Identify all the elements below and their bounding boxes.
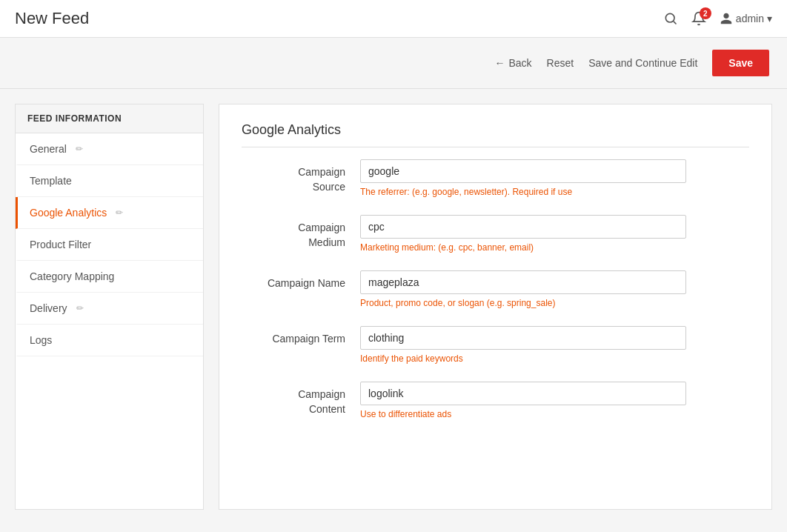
- sidebar-item-template[interactable]: Template: [16, 165, 203, 197]
- campaign-medium-row: CampaignMedium Marketing medium: (e.g. c…: [242, 215, 749, 253]
- campaign-source-label: CampaignSource: [242, 159, 360, 194]
- sidebar-item-category-mapping[interactable]: Category Mapping: [16, 261, 203, 293]
- sidebar-item-label: Logs: [30, 334, 52, 346]
- edit-icon: ✏: [116, 207, 123, 218]
- sidebar-item-label: Category Mapping: [30, 270, 114, 282]
- top-bar: New Feed 2 admin ▾: [0, 0, 787, 38]
- sidebar-item-logs[interactable]: Logs: [16, 325, 203, 356]
- sidebar-item-label: Delivery: [30, 302, 67, 314]
- save-button[interactable]: Save: [712, 50, 769, 76]
- sidebar-section-title: FEED INFORMATION: [16, 104, 203, 133]
- campaign-content-input[interactable]: [360, 382, 686, 405]
- sidebar-item-product-filter[interactable]: Product Filter: [16, 229, 203, 261]
- campaign-name-label: Campaign Name: [242, 270, 360, 291]
- campaign-name-input[interactable]: [360, 270, 686, 294]
- sidebar-item-google-analytics[interactable]: Google Analytics ✏: [16, 197, 203, 229]
- svg-point-0: [665, 13, 674, 22]
- sidebar: FEED INFORMATION General ✏ Template Goog…: [15, 104, 204, 510]
- campaign-name-field: Product, promo code, or slogan (e.g. spr…: [360, 270, 749, 308]
- campaign-medium-field: Marketing medium: (e.g. cpc, banner, ema…: [360, 215, 749, 253]
- search-button[interactable]: [663, 11, 678, 26]
- campaign-term-field: Identify the paid keywords: [360, 326, 749, 364]
- sidebar-item-label: Product Filter: [30, 239, 91, 250]
- edit-icon: ✏: [76, 144, 83, 154]
- page-title: New Feed: [15, 9, 89, 28]
- campaign-source-hint: The referrer: (e.g. google, newsletter).…: [360, 187, 686, 197]
- svg-line-1: [674, 21, 677, 24]
- admin-chevron-icon: ▾: [767, 13, 772, 24]
- campaign-content-label: CampaignContent: [242, 382, 360, 416]
- campaign-name-hint: Product, promo code, or slogan (e.g. spr…: [360, 298, 686, 308]
- sidebar-item-label: General: [30, 143, 67, 155]
- sidebar-item-delivery[interactable]: Delivery ✏: [16, 293, 203, 325]
- campaign-term-input[interactable]: [360, 326, 686, 350]
- campaign-medium-input[interactable]: [360, 215, 686, 239]
- top-bar-right: 2 admin ▾: [663, 11, 772, 26]
- campaign-term-label: Campaign Term: [242, 326, 360, 347]
- edit-icon: ✏: [76, 303, 84, 313]
- sidebar-item-label: Google Analytics: [30, 207, 107, 219]
- campaign-source-row: CampaignSource The referrer: (e.g. googl…: [242, 159, 749, 197]
- campaign-medium-hint: Marketing medium: (e.g. cpc, banner, ema…: [360, 242, 686, 253]
- campaign-content-row: CampaignContent Use to differentiate ads: [242, 382, 749, 419]
- campaign-content-hint: Use to differentiate ads: [360, 409, 686, 419]
- campaign-medium-label: CampaignMedium: [242, 215, 360, 250]
- campaign-source-field: The referrer: (e.g. google, newsletter).…: [360, 159, 749, 197]
- save-continue-button[interactable]: Save and Continue Edit: [588, 57, 697, 69]
- campaign-content-field: Use to differentiate ads: [360, 382, 749, 419]
- action-bar: ← ← Back Back Reset Save and Continue Ed…: [0, 38, 787, 89]
- sidebar-item-label: Template: [30, 175, 72, 187]
- campaign-term-hint: Identify the paid keywords: [360, 353, 686, 364]
- campaign-source-input[interactable]: [360, 159, 686, 183]
- form-section-title: Google Analytics: [242, 122, 749, 147]
- form-area: Google Analytics CampaignSource The refe…: [219, 104, 772, 510]
- campaign-name-row: Campaign Name Product, promo code, or sl…: [242, 270, 749, 308]
- reset-button[interactable]: Reset: [547, 57, 574, 69]
- main-content: FEED INFORMATION General ✏ Template Goog…: [0, 89, 787, 525]
- admin-menu-button[interactable]: admin ▾: [720, 12, 772, 25]
- notification-badge: 2: [700, 7, 711, 19]
- back-button[interactable]: ← ← Back Back: [494, 57, 531, 69]
- sidebar-item-general[interactable]: General ✏: [16, 133, 203, 165]
- admin-label: admin: [736, 13, 764, 24]
- back-icon: ←: [494, 57, 505, 69]
- notification-button[interactable]: 2: [691, 11, 706, 26]
- campaign-term-row: Campaign Term Identify the paid keywords: [242, 326, 749, 364]
